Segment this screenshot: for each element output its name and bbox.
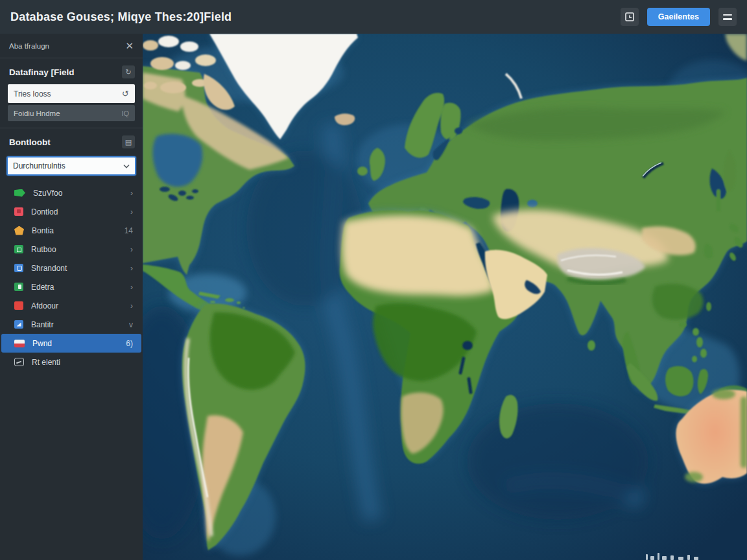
close-icon[interactable]: ✕ bbox=[125, 40, 134, 52]
menu-button[interactable] bbox=[718, 8, 737, 26]
green-file-icon bbox=[14, 283, 23, 291]
chevron-right-icon: › bbox=[130, 245, 133, 254]
list-item[interactable]: Afdoour › bbox=[0, 296, 143, 315]
chevron-down-icon: v bbox=[129, 320, 133, 329]
database-section-title: Datafinay [Field bbox=[9, 67, 75, 77]
grid-icon: ▤ bbox=[125, 138, 132, 146]
list-item-selected[interactable]: Pwnd 6) bbox=[1, 334, 141, 353]
list-item[interactable]: Edetra › bbox=[0, 277, 143, 296]
primary-action-button[interactable]: Gaeilentes bbox=[647, 8, 710, 26]
chevron-down-icon bbox=[123, 161, 130, 170]
secondary-field-suffix: IQ bbox=[121, 110, 129, 117]
chevron-right-icon: › bbox=[130, 207, 133, 216]
blue-square-icon bbox=[14, 264, 23, 272]
chevron-right-icon: › bbox=[130, 189, 133, 198]
search-input[interactable]: Tries looss ↺ bbox=[8, 84, 135, 103]
red-square-icon bbox=[14, 301, 23, 310]
chevron-right-icon: › bbox=[130, 283, 133, 292]
panel-header-label: Aba tfralugn bbox=[9, 42, 49, 50]
chevron-right-icon: › bbox=[130, 301, 133, 310]
clock-panel-icon bbox=[624, 12, 635, 22]
history-panel-button[interactable] bbox=[621, 8, 639, 26]
hamburger-icon bbox=[723, 14, 732, 20]
search-input-value: Tries looss bbox=[14, 89, 51, 99]
red-white-flag-icon bbox=[14, 340, 25, 347]
database-section-header: Datafinay [Field ↻ bbox=[0, 58, 143, 83]
secondary-field[interactable]: Foidiu Hndme IQ bbox=[8, 105, 135, 121]
list-item[interactable]: Shrandont › bbox=[0, 259, 143, 277]
sidebar: Aba tfralugn ✕ Datafinay [Field ↻ Tries … bbox=[0, 34, 143, 560]
count-badge: 14 bbox=[124, 226, 133, 235]
header-actions: Gaeilentes bbox=[621, 8, 737, 26]
world-map[interactable] bbox=[143, 34, 747, 560]
list-item[interactable]: Bontia 14 bbox=[0, 221, 143, 240]
layer-list: SzuVfoo › Dontlod › Bontia 14 Rutboo › S… bbox=[0, 183, 143, 371]
red-badge-icon bbox=[14, 207, 23, 216]
undo-icon[interactable]: ↺ bbox=[122, 89, 129, 99]
app-header: Database Gouses; Miqye Thes:20]Field Gae… bbox=[0, 0, 747, 34]
app-root: Database Gouses; Miqye Thes:20]Field Gae… bbox=[0, 0, 747, 560]
note-outline-icon bbox=[14, 358, 24, 366]
list-item[interactable]: Bantitr v bbox=[0, 315, 143, 334]
green-speech-flag-icon bbox=[14, 189, 25, 197]
sort-dropdown-value: Durchuntrulntis bbox=[13, 161, 65, 170]
chevron-right-icon: › bbox=[130, 264, 133, 273]
list-item[interactable]: Rutboo › bbox=[0, 240, 143, 259]
panel-header: Aba tfralugn ✕ bbox=[0, 34, 143, 58]
list-item[interactable]: Rt eienti bbox=[0, 353, 143, 371]
sort-dropdown[interactable]: Durchuntrulntis bbox=[6, 156, 136, 176]
green-square-icon bbox=[14, 245, 23, 253]
refresh-button[interactable]: ↻ bbox=[122, 65, 135, 78]
sort-section-title: Bontloobt bbox=[9, 137, 51, 147]
map-canvas[interactable] bbox=[143, 34, 747, 560]
page-title: Database Gouses; Miqye Thes:20]Field bbox=[10, 10, 231, 24]
blue-arrow-square-icon bbox=[14, 320, 23, 329]
list-item[interactable]: SzuVfoo › bbox=[0, 183, 143, 202]
list-item[interactable]: Dontlod › bbox=[0, 202, 143, 221]
refresh-icon: ↻ bbox=[125, 68, 131, 76]
grid-button[interactable]: ▤ bbox=[122, 135, 135, 148]
orange-pentagon-icon bbox=[14, 226, 24, 235]
sort-section-header: Bontloobt ▤ bbox=[0, 128, 143, 153]
secondary-field-value: Foidiu Hndme bbox=[14, 110, 60, 117]
item-badge: 6) bbox=[126, 339, 133, 348]
